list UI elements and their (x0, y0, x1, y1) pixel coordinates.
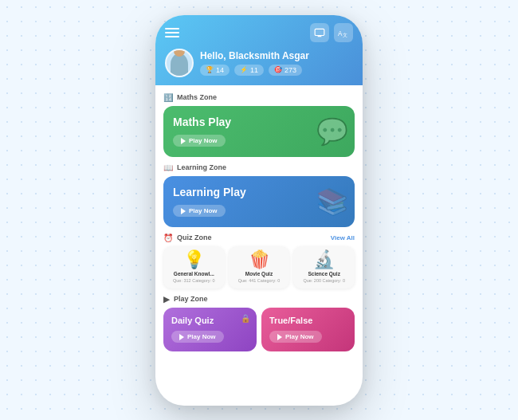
lock-icon: 🔒 (241, 314, 250, 323)
learning-play-card[interactable]: Learning Play Play Now 📚 (163, 176, 355, 227)
play-triangle-icon (181, 138, 186, 144)
trophy-icon: 🏆 (206, 66, 214, 73)
learning-zone-label: 📖 Learning Zone (163, 163, 355, 172)
science-quiz-icon: 🔬 (313, 251, 335, 269)
learning-play-button[interactable]: Play Now (173, 205, 226, 217)
svg-text:文: 文 (343, 31, 347, 37)
stat-badge-target: 🎯 273 (269, 65, 302, 76)
target-icon: 🎯 (274, 66, 282, 73)
daily-quiz-card[interactable]: Daily Quiz 🔒 Play Now (163, 308, 257, 351)
maths-play-button[interactable]: Play Now (173, 135, 226, 147)
screen-icon-button[interactable] (310, 23, 329, 42)
learning-zone-icon: 📖 (163, 163, 173, 172)
app-header: A文 Hello, Blacksmith Asgar 🏆 14 ⚡ (155, 15, 363, 85)
movie-quiz-icon: 🍿 (249, 251, 270, 269)
stat-value-3: 273 (285, 66, 296, 74)
stats-row: 🏆 14 ⚡ 11 🎯 273 (200, 65, 309, 76)
quiz-items-list: 💡 General Knowl... Que: 312 Category: 0 … (163, 246, 355, 289)
menu-button[interactable] (165, 28, 179, 37)
play-triangle-icon-4 (277, 334, 282, 340)
true-false-card[interactable]: True/False Play Now (261, 308, 355, 351)
quiz-item-general[interactable]: 💡 General Knowl... Que: 312 Category: 0 (163, 246, 225, 289)
daily-quiz-play-button[interactable]: Play Now (171, 331, 224, 343)
general-quiz-name: General Knowl... (174, 271, 214, 277)
translate-icon-button[interactable]: A文 (334, 23, 353, 42)
bolt-icon: ⚡ (240, 66, 248, 73)
quiz-zone-header: ⏰ Quiz Zone View All (163, 234, 355, 242)
play-zone-icon: ▶ (163, 295, 170, 304)
general-quiz-meta: Que: 312 Category: 0 (173, 278, 215, 284)
phone-frame: A文 Hello, Blacksmith Asgar 🏆 14 ⚡ (155, 15, 363, 406)
stat-badge-bolt: ⚡ 11 (234, 65, 264, 76)
true-false-title: True/False (269, 316, 347, 325)
play-zone-label: ▶ Play Zone (163, 295, 355, 304)
svg-text:A: A (338, 29, 343, 37)
maths-zone-label: 🔢 Maths Zone (163, 93, 355, 102)
true-false-play-button[interactable]: Play Now (269, 331, 322, 343)
stat-badge-trophy: 🏆 14 (200, 65, 230, 76)
quiz-item-science[interactable]: 🔬 Science Quiz Que: 200 Category: 0 (293, 246, 355, 289)
quiz-zone-icon: ⏰ (163, 234, 173, 242)
quiz-item-movie[interactable]: 🍿 Movie Quiz Que: 441 Category: 0 (229, 246, 290, 289)
science-quiz-name: Science Quiz (308, 271, 339, 277)
main-content: 🔢 Maths Zone Maths Play Play Now 💬 📖 Lea… (155, 85, 363, 406)
maths-play-card[interactable]: Maths Play Play Now 💬 (163, 106, 355, 157)
general-quiz-icon: 💡 (183, 251, 205, 269)
quiz-zone-label: ⏰ Quiz Zone (163, 234, 212, 242)
avatar (165, 49, 194, 77)
movie-quiz-name: Movie Quiz (245, 271, 273, 277)
view-all-button[interactable]: View All (331, 234, 355, 241)
play-triangle-icon-2 (181, 208, 186, 214)
science-quiz-meta: Que: 200 Category: 0 (303, 278, 345, 284)
maths-zone-icon: 🔢 (163, 93, 173, 102)
greeting-text: Hello, Blacksmith Asgar (200, 50, 309, 61)
svg-rect-0 (315, 29, 324, 35)
play-zone-cards: Daily Quiz 🔒 Play Now True/False Play No… (163, 308, 355, 351)
daily-quiz-title: Daily Quiz (171, 316, 249, 325)
stat-value-1: 14 (216, 66, 224, 74)
stat-value-2: 11 (250, 66, 258, 74)
movie-quiz-meta: Que: 441 Category: 0 (238, 278, 281, 284)
play-triangle-icon-3 (179, 334, 184, 340)
learning-card-decoration: 📚 (316, 186, 348, 217)
maths-card-decoration: 💬 (316, 116, 348, 147)
